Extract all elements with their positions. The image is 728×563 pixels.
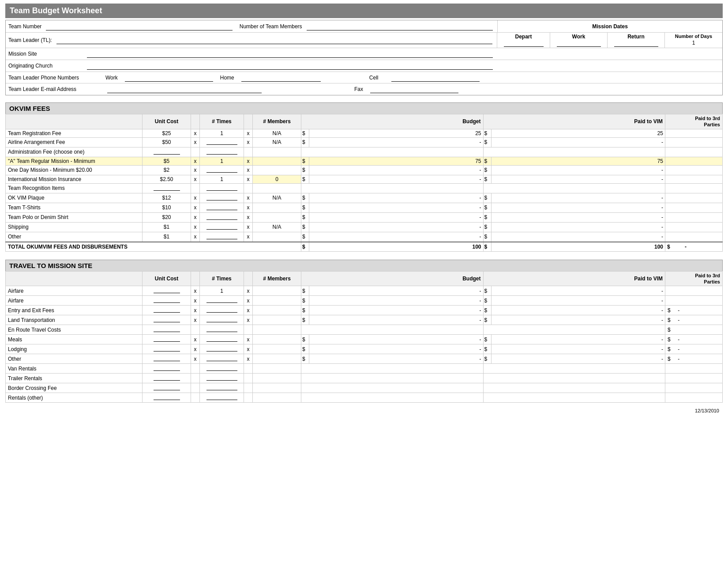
phone-home-input[interactable] <box>241 74 321 82</box>
x-cell: x <box>191 212 200 222</box>
value-cell: - <box>491 344 665 354</box>
empty-cell <box>483 383 665 393</box>
input-line[interactable] <box>206 148 237 155</box>
input-line[interactable] <box>154 345 180 351</box>
phone-work-input[interactable] <box>125 74 213 82</box>
x-cell2: x <box>244 232 253 242</box>
input-line[interactable] <box>154 384 180 390</box>
input-line[interactable] <box>154 287 180 293</box>
input-line[interactable] <box>206 355 237 361</box>
input-line[interactable] <box>206 185 237 191</box>
input-line[interactable] <box>154 394 180 400</box>
third-cell <box>665 212 723 222</box>
x-cell: x <box>191 306 200 315</box>
row-desc: Lodging <box>6 344 143 354</box>
input-line[interactable] <box>154 365 180 371</box>
input-line[interactable] <box>206 166 237 173</box>
unit-cell: $12 <box>143 193 191 203</box>
third-cell <box>665 286 723 296</box>
email-input[interactable] <box>107 85 262 93</box>
mission-site-input[interactable] <box>87 50 493 58</box>
x-cell: x <box>191 157 200 165</box>
okvim-col-vim: Paid to VIM <box>483 114 665 129</box>
input-line[interactable] <box>206 374 237 381</box>
num-days-value: 1 <box>691 39 696 47</box>
input-line[interactable] <box>154 326 180 332</box>
total-label: TOTAL OKUMVIM FEES AND DISBURSEMENTS <box>6 242 301 252</box>
dollar-sign: $ <box>301 344 309 354</box>
value-cell: - <box>491 212 665 222</box>
value-cell: - <box>309 193 484 203</box>
input-line[interactable] <box>206 306 237 313</box>
okvim-col-3rd: Paid to 3rdParties <box>665 114 723 129</box>
input-line[interactable] <box>206 204 237 210</box>
x-cell2: x <box>244 286 253 296</box>
input-line[interactable] <box>154 316 180 322</box>
input-line[interactable] <box>206 365 237 371</box>
members-cell <box>253 325 301 335</box>
travel-section-title: TRAVEL TO MISSION SITE <box>5 260 723 271</box>
depart-input[interactable] <box>504 41 544 47</box>
input-line[interactable] <box>206 233 237 239</box>
third-cell: $ <box>665 325 723 335</box>
dollar-sign: $ <box>301 157 309 165</box>
input-line[interactable] <box>154 355 180 361</box>
members-cell <box>253 147 301 157</box>
empty-cell <box>301 325 484 335</box>
times-cell <box>200 374 244 383</box>
value-cell: - <box>309 165 484 175</box>
row-desc: Land Transportation <box>6 315 143 325</box>
input-line[interactable] <box>154 336 180 342</box>
input-line[interactable] <box>206 316 237 322</box>
input-line[interactable] <box>154 306 180 313</box>
num-members-input[interactable] <box>307 23 493 30</box>
x-cell2 <box>244 383 253 393</box>
phone-cell-input[interactable] <box>391 74 480 82</box>
input-line[interactable] <box>154 374 180 381</box>
input-line[interactable] <box>206 336 237 342</box>
input-line[interactable] <box>154 185 180 191</box>
dollar-sign: $ <box>483 212 491 222</box>
originating-church-input[interactable] <box>87 62 493 70</box>
okvim-col-unit: Unit Cost <box>143 114 191 129</box>
input-line[interactable] <box>206 394 237 400</box>
input-line[interactable] <box>206 214 237 220</box>
fax-input[interactable] <box>370 85 458 93</box>
dollar-sign: $ <box>483 203 491 212</box>
input-line[interactable] <box>206 139 237 145</box>
value-cell: - <box>309 354 484 364</box>
times-cell <box>200 222 244 232</box>
input-line[interactable] <box>206 345 237 351</box>
input-line[interactable] <box>206 384 237 390</box>
value-display: 1 <box>220 158 223 164</box>
team-leader-input[interactable] <box>56 36 492 44</box>
x-cell: x <box>191 165 200 175</box>
value-cell: - <box>309 286 484 296</box>
return-input[interactable] <box>614 41 658 47</box>
input-line[interactable] <box>206 326 237 332</box>
unit-cell: $1 <box>143 232 191 242</box>
dollar-sign: $ <box>483 232 491 242</box>
unit-cell <box>143 383 191 393</box>
input-line[interactable] <box>154 297 180 303</box>
team-number-label: Team Number <box>6 23 44 30</box>
dollar-sign: $ <box>301 129 309 137</box>
value-cell: - <box>491 175 665 183</box>
input-line[interactable] <box>206 297 237 303</box>
input-line[interactable] <box>206 223 237 230</box>
row-desc: Airfare <box>6 296 143 306</box>
times-cell <box>200 296 244 306</box>
return-col-label: Return <box>627 34 645 40</box>
input-line[interactable] <box>154 148 180 155</box>
members-cell <box>253 157 301 165</box>
unit-cell: $25 <box>143 129 191 137</box>
value-cell: - <box>491 315 665 325</box>
empty-cell <box>301 383 484 393</box>
team-number-input[interactable] <box>46 23 232 30</box>
unit-cell <box>143 364 191 374</box>
row-desc: Team Recognition Items <box>6 183 143 193</box>
row-desc: Other <box>6 232 143 242</box>
input-line[interactable] <box>206 194 237 200</box>
work-input[interactable] <box>557 41 601 47</box>
x-cell: x <box>191 175 200 183</box>
